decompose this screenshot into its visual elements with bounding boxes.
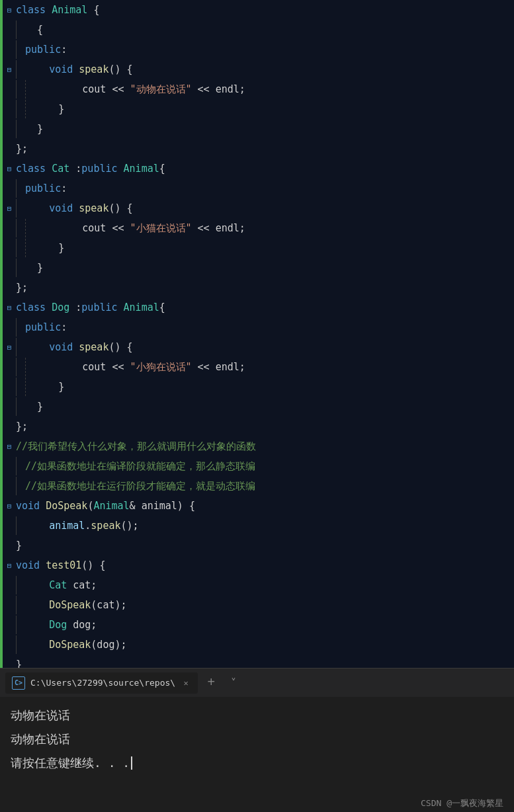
code-text-5: cout << "动物在说话" << endl;	[34, 80, 245, 99]
code-text-17: public:	[25, 318, 67, 337]
code-text-10: public:	[25, 179, 67, 198]
fold-icon-11[interactable]: ⊟	[3, 204, 16, 213]
code-text-15: };	[16, 278, 28, 297]
fold-icon-1[interactable]: ⊟	[3, 6, 16, 15]
code-line-1: ⊟ class Animal {	[3, 0, 514, 20]
code-line-19: cout << "小狗在说话" << endl;	[3, 357, 514, 377]
code-line-27: animal.speak();	[3, 516, 514, 536]
code-line-15: };	[3, 278, 514, 298]
code-line-12: cout << "小猫在说话" << endl;	[3, 218, 514, 238]
fold-icon-18[interactable]: ⊟	[3, 343, 16, 352]
code-text-18: void speak() {	[25, 338, 133, 356]
code-line-8: };	[3, 139, 514, 159]
fold-icon-23[interactable]: ⊟	[3, 442, 16, 451]
status-bar: CSDN @一飘夜海繁星	[421, 797, 503, 809]
fold-icon-9[interactable]: ⊟	[3, 165, 16, 173]
terminal-add-button[interactable]: +	[202, 674, 220, 692]
code-text-11: void speak() {	[25, 199, 133, 218]
code-text-25: //如果函数地址在运行阶段才能确定，就是动态联编	[25, 477, 255, 495]
code-text-20: }	[34, 378, 64, 396]
terminal-chevron-button[interactable]: ˅	[224, 674, 243, 692]
code-text-34: }	[16, 655, 22, 668]
fold-icon-29[interactable]: ⊟	[3, 561, 16, 570]
code-line-18: ⊟ void speak() {	[3, 337, 514, 357]
code-text-8: };	[16, 140, 28, 158]
code-text-29: void test01() {	[16, 556, 105, 575]
code-container: ⊟ class Animal { { public: ⊟ void speak(…	[0, 0, 514, 668]
code-text-4: void speak() {	[25, 60, 133, 79]
code-text-1: class Animal {	[16, 1, 99, 19]
terminal-tab-bar: C> C:\Users\27299\source\repos\ ✕ + ˅	[0, 668, 514, 697]
code-text-27: animal.speak();	[25, 516, 139, 535]
code-line-25: //如果函数地址在运行阶段才能确定，就是动态联编	[3, 476, 514, 496]
code-line-33: DoSpeak(dog);	[3, 635, 514, 655]
code-text-7: }	[25, 120, 43, 138]
status-text: CSDN @一飘夜海繁星	[421, 798, 503, 808]
code-line-7: }	[3, 119, 514, 139]
code-line-2: {	[3, 20, 514, 40]
code-line-31: DoSpeak(cat);	[3, 595, 514, 615]
code-line-32: Dog dog;	[3, 615, 514, 635]
code-text-14: }	[25, 259, 43, 277]
code-line-4: ⊟ void speak() {	[3, 60, 514, 79]
code-text-13: }	[34, 239, 64, 257]
code-line-3: public:	[3, 40, 514, 60]
code-text-26: void DoSpeak(Animal& animal) {	[16, 497, 195, 515]
code-text-23: //我们希望传入什么对象，那么就调用什么对象的函数	[16, 437, 256, 456]
code-line-24: //如果函数地址在编译阶段就能确定，那么静态联编	[3, 456, 514, 476]
code-text-31: DoSpeak(cat);	[25, 596, 127, 614]
code-text-2: {	[25, 20, 43, 39]
code-text-24: //如果函数地址在编译阶段就能确定，那么静态联编	[25, 457, 255, 475]
terminal-cursor	[131, 756, 132, 770]
code-line-13: }	[3, 238, 514, 258]
code-text-6: }	[34, 100, 64, 118]
code-text-9: class Cat :public Animal{	[16, 159, 165, 178]
terminal-line-3: 请按任意键继续. . .	[11, 751, 503, 775]
terminal-tab-label: C:\Users\27299\source\repos\	[30, 678, 175, 688]
code-text-16: class Dog :public Animal{	[16, 298, 165, 317]
code-line-14: }	[3, 258, 514, 278]
code-line-9: ⊟ class Cat :public Animal{	[3, 159, 514, 179]
code-text-33: DoSpeak(dog);	[25, 635, 127, 654]
code-line-22: };	[3, 417, 514, 436]
code-text-21: }	[25, 397, 43, 416]
code-line-29: ⊟ void test01() {	[3, 555, 514, 575]
terminal-tab[interactable]: C> C:\Users\27299\source\repos\ ✕	[5, 672, 198, 694]
fold-icon-26[interactable]: ⊟	[3, 502, 16, 510]
green-bar	[0, 0, 3, 668]
terminal-tab-icon: C>	[12, 676, 25, 690]
terminal-output: 动物在说话 动物在说话 请按任意键继续. . .	[0, 697, 514, 782]
code-line-30: Cat cat;	[3, 575, 514, 595]
code-line-11: ⊟ void speak() {	[3, 198, 514, 218]
code-text-12: cout << "小猫在说话" << endl;	[34, 219, 245, 237]
terminal-line-2: 动物在说话	[11, 727, 503, 751]
code-text-22: };	[16, 417, 28, 436]
fold-icon-16[interactable]: ⊟	[3, 304, 16, 312]
code-line-20: }	[3, 377, 514, 397]
code-line-17: public:	[3, 317, 514, 337]
code-line-21: }	[3, 397, 514, 417]
code-text-30: Cat cat;	[25, 576, 97, 594]
code-line-6: }	[3, 99, 514, 119]
code-line-28: }	[3, 536, 514, 555]
code-line-26: ⊟ void DoSpeak(Animal& animal) {	[3, 496, 514, 516]
terminal-line-1: 动物在说话	[11, 704, 503, 727]
code-line-23: ⊟ //我们希望传入什么对象，那么就调用什么对象的函数	[3, 436, 514, 456]
code-line-16: ⊟ class Dog :public Animal{	[3, 298, 514, 317]
terminal-close-icon[interactable]: ✕	[181, 678, 191, 688]
code-text-19: cout << "小狗在说话" << endl;	[34, 358, 245, 376]
code-line-34: }	[3, 655, 514, 668]
code-text-28: }	[16, 536, 22, 555]
code-line-10: public:	[3, 179, 514, 198]
terminal-area: C> C:\Users\27299\source\repos\ ✕ + ˅ 动物…	[0, 668, 514, 812]
code-text-3: public:	[25, 40, 67, 59]
code-line-5: cout << "动物在说话" << endl;	[3, 79, 514, 99]
fold-icon-4[interactable]: ⊟	[3, 65, 16, 74]
code-text-32: Dog dog;	[25, 616, 97, 634]
editor-area: ⊟ class Animal { { public: ⊟ void speak(…	[0, 0, 514, 668]
